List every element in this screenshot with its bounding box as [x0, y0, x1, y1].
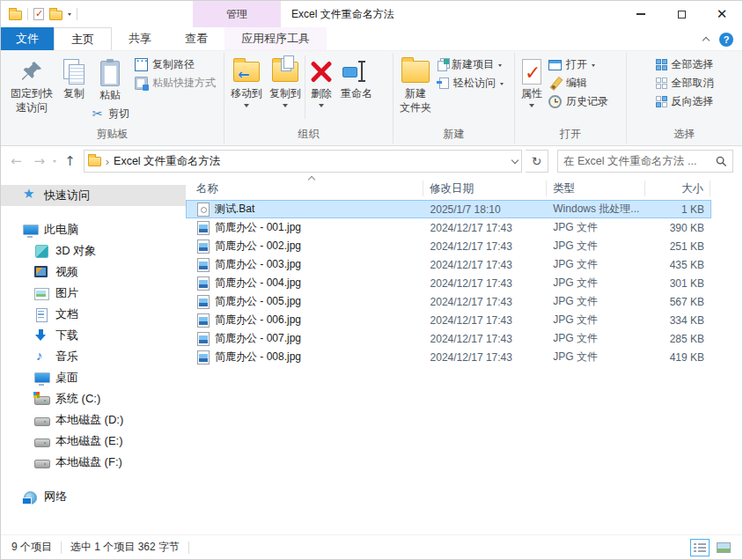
sidebar-item[interactable]: 本地磁盘 (F:): [1, 452, 186, 473]
copy-path-button[interactable]: 复制路径: [132, 55, 197, 74]
sidebar-item[interactable]: 此电脑: [1, 219, 186, 240]
edit-button[interactable]: 编辑: [546, 74, 590, 92]
properties-qat-icon[interactable]: [33, 8, 44, 20]
group-label-clipboard: 剪贴板: [1, 126, 224, 145]
quick-access-toolbar: [1, 8, 77, 20]
tab-home[interactable]: 主页: [54, 27, 112, 50]
select-all-button[interactable]: 全部选择: [653, 55, 717, 74]
pin-to-quick-access-button[interactable]: 固定到快速访问: [4, 54, 60, 116]
paste-button[interactable]: 粘贴: [96, 55, 124, 105]
recent-locations-dropdown-icon[interactable]: [53, 160, 56, 165]
invert-selection-button[interactable]: 反向选择: [653, 92, 717, 111]
file-type: JPG 文件: [547, 350, 645, 365]
file-row[interactable]: 简鹿办公 - 001.jpg 2024/12/17 17:43 JPG 文件 3…: [186, 218, 711, 237]
forward-icon[interactable]: →: [30, 153, 50, 169]
breadcrumb-path[interactable]: Excel 文件重命名方法: [114, 154, 508, 169]
back-icon[interactable]: ←: [6, 153, 26, 169]
sidebar-item[interactable]: 桌面: [1, 367, 186, 388]
file-size: 567 KB: [645, 296, 710, 308]
tab-view[interactable]: 查看: [168, 27, 224, 50]
easy-access-button[interactable]: 轻松访问: [435, 74, 506, 92]
file-row[interactable]: 简鹿办公 - 008.jpg 2024/12/17 17:43 JPG 文件 4…: [186, 348, 711, 366]
maximize-button[interactable]: [661, 1, 702, 27]
sidebar-item[interactable]: 文档: [1, 304, 186, 325]
file-row[interactable]: 简鹿办公 - 003.jpg 2024/12/17 17:43 JPG 文件 4…: [186, 255, 711, 274]
up-icon[interactable]: ↑: [60, 153, 80, 169]
properties-button[interactable]: 属性: [518, 54, 546, 112]
address-dropdown-icon[interactable]: [511, 156, 519, 163]
file-size: 1 KB: [645, 203, 710, 216]
sidebar-item[interactable]: 快速访问: [1, 185, 186, 206]
new-folder-qat-icon[interactable]: [49, 11, 63, 20]
breadcrumb[interactable]: › Excel 文件重命名方法: [84, 150, 522, 173]
sidebar-item[interactable]: 3D 对象: [1, 240, 186, 262]
sidebar-item-label: 此电脑: [44, 222, 78, 238]
history-button[interactable]: 历史记录: [546, 92, 611, 111]
close-button[interactable]: ✕: [702, 1, 742, 27]
column-header-date[interactable]: 修改日期: [423, 181, 547, 196]
sidebar-item[interactable]: 图片: [1, 283, 186, 304]
details-view-button[interactable]: [690, 539, 710, 556]
paste-shortcut-button[interactable]: 粘贴快捷方式: [132, 74, 218, 92]
sidebar-item[interactable]: 下载: [1, 325, 186, 346]
file-row[interactable]: 简鹿办公 - 004.jpg 2024/12/17 17:43 JPG 文件 3…: [186, 274, 711, 292]
cut-button[interactable]: ✂ 剪切: [88, 105, 132, 123]
file-row[interactable]: 简鹿办公 - 005.jpg 2024/12/17 17:43 JPG 文件 5…: [186, 292, 711, 311]
column-header-size[interactable]: 大小: [645, 181, 710, 196]
rename-button[interactable]: 重命名: [337, 54, 376, 103]
thumbnail-view-button[interactable]: [714, 539, 733, 556]
group-label-select: 选择: [627, 126, 742, 145]
file-row[interactable]: 简鹿办公 - 007.jpg 2024/12/17 17:43 JPG 文件 2…: [186, 329, 711, 348]
file-name-cell: 简鹿办公 - 007.jpg: [187, 331, 424, 346]
minimize-button[interactable]: [621, 1, 661, 27]
edit-icon: [548, 77, 562, 90]
sidebar-item[interactable]: 本地磁盘 (E:): [1, 431, 186, 452]
group-label-new: 新建: [394, 126, 514, 145]
tab-app-tools[interactable]: 应用程序工具: [224, 27, 327, 50]
sidebar-item[interactable]: 视频: [1, 262, 186, 283]
file-name-cell: 简鹿办公 - 006.jpg: [187, 313, 424, 328]
help-icon[interactable]: ?: [719, 33, 733, 47]
select-none-button[interactable]: 全部取消: [653, 74, 717, 92]
search-input[interactable]: [563, 155, 716, 167]
sidebar-item[interactable]: 网络: [1, 486, 186, 507]
refresh-icon[interactable]: ↻: [526, 150, 548, 173]
open-icon: [548, 60, 562, 70]
sidebar-item[interactable]: 音乐: [1, 346, 186, 367]
new-item-button[interactable]: 新建项目: [435, 55, 504, 74]
delete-button[interactable]: 删除: [305, 54, 337, 112]
sidebar-item-icon: [22, 188, 38, 203]
collapse-ribbon-icon[interactable]: [703, 37, 710, 44]
dropdown-icon: [500, 83, 504, 87]
file-name-cell: 简鹿办公 - 001.jpg: [187, 220, 424, 235]
customize-qat-dropdown-icon[interactable]: [68, 13, 71, 18]
column-header-name[interactable]: 名称: [186, 181, 423, 196]
tab-share[interactable]: 共享: [112, 27, 168, 50]
tab-file[interactable]: 文件: [1, 27, 54, 50]
copy-button[interactable]: 复制: [60, 54, 88, 103]
sidebar-item-label: 音乐: [55, 349, 78, 365]
move-to-button[interactable]: ← 移动到: [227, 54, 266, 112]
file-type-icon: [197, 203, 210, 217]
file-row[interactable]: 简鹿办公 - 006.jpg 2024/12/17 17:43 JPG 文件 3…: [186, 311, 711, 329]
copy-to-button[interactable]: 复制到: [266, 54, 305, 112]
file-date: 2024/12/17 17:43: [424, 296, 548, 308]
open-button[interactable]: 打开: [546, 55, 598, 74]
sidebar-item[interactable]: 本地磁盘 (D:): [1, 409, 186, 431]
search-icon[interactable]: [716, 156, 727, 167]
select-all-icon: [656, 59, 667, 70]
dropdown-icon: [319, 104, 324, 110]
sidebar-item-icon: [22, 223, 38, 237]
item-count: 9 个项目: [11, 540, 52, 555]
sidebar-item[interactable]: 系统 (C:): [1, 388, 186, 409]
file-name: 简鹿办公 - 008.jpg: [215, 350, 301, 365]
ribbon-group-organize: ← 移动到 复制到 删除 重命名: [224, 51, 393, 145]
file-date: 2024/12/17 17:43: [424, 240, 548, 253]
file-row[interactable]: 测试.Bat 2025/1/7 18:10 Windows 批处理... 1 K…: [186, 200, 711, 218]
file-size: 419 KB: [645, 351, 710, 364]
file-row[interactable]: 简鹿办公 - 002.jpg 2024/12/17 17:43 JPG 文件 2…: [186, 237, 711, 255]
file-name-cell: 简鹿办公 - 003.jpg: [187, 257, 424, 272]
folder-icon: [88, 157, 101, 166]
new-folder-button[interactable]: 新建 文件夹: [396, 54, 435, 116]
column-header-type[interactable]: 类型: [547, 181, 645, 196]
